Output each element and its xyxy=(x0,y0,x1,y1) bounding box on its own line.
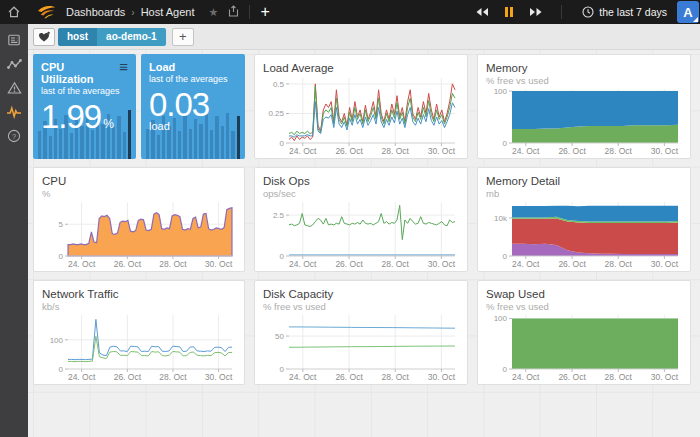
rewind-button[interactable] xyxy=(475,7,489,17)
svg-text:28. Oct: 28. Oct xyxy=(382,146,410,156)
topbar-divider xyxy=(249,5,250,19)
chart-network-traffic: 24. Oct26. Oct28. Oct30. Oct0100 xyxy=(42,312,236,382)
panel-memory-detail[interactable]: Memory Detail mb 24. Oct26. Oct28. Oct30… xyxy=(477,167,691,272)
tile-title: Load xyxy=(149,61,175,73)
sidebar-item-alerts[interactable] xyxy=(0,76,28,100)
svg-text:100: 100 xyxy=(494,314,508,323)
svg-text:?: ? xyxy=(12,132,16,141)
add-dashboard-button[interactable]: + xyxy=(260,4,269,20)
panel-network-traffic[interactable]: Network Traffic kb/s 24. Oct26. Oct28. O… xyxy=(33,280,245,385)
svg-text:30. Oct: 30. Oct xyxy=(205,259,233,269)
svg-text:28. Oct: 28. Oct xyxy=(382,259,410,269)
svg-text:26. Oct: 26. Oct xyxy=(335,259,363,269)
tile-unit: % xyxy=(103,117,114,131)
add-tag-button[interactable]: + xyxy=(172,28,194,46)
chart-disk-capacity: 24. Oct26. Oct28. Oct30. Oct050 xyxy=(263,312,459,382)
panel-subtitle: mb xyxy=(486,188,682,199)
svg-text:30. Oct: 30. Oct xyxy=(651,372,679,382)
svg-text:28. Oct: 28. Oct xyxy=(605,146,633,156)
tile-title: CPU Utilization xyxy=(41,61,119,85)
favorite-star-icon[interactable]: ★ xyxy=(209,6,219,19)
panel-subtitle: % xyxy=(42,188,236,199)
share-icon[interactable] xyxy=(228,5,239,19)
tile-value: 0.03 xyxy=(149,86,209,123)
svg-text:26. Oct: 26. Oct xyxy=(335,372,363,382)
sidebar: ? xyxy=(0,24,28,437)
svg-text:30. Oct: 30. Oct xyxy=(651,259,679,269)
avatar-initial: A xyxy=(683,5,692,20)
svg-text:24. Oct: 24. Oct xyxy=(289,259,317,269)
svg-text:0.25: 0.25 xyxy=(268,109,284,118)
svg-text:100: 100 xyxy=(494,87,508,96)
tag-ao-demo-1[interactable]: ao-demo-1 xyxy=(97,28,166,46)
avatar[interactable]: A xyxy=(677,1,699,23)
heart-star-icon xyxy=(38,31,51,43)
svg-text:0: 0 xyxy=(280,252,285,261)
app-root: Dashboards › Host Agent ★ + the last 7 d… xyxy=(0,0,700,437)
pause-button[interactable] xyxy=(505,7,513,17)
svg-text:24. Oct: 24. Oct xyxy=(68,259,96,269)
svg-text:0: 0 xyxy=(503,365,508,374)
svg-text:28. Oct: 28. Oct xyxy=(159,372,187,382)
svg-text:24. Oct: 24. Oct xyxy=(68,372,96,382)
tile-cpu-utilization[interactable]: CPU Utilization ≡ last of the averages 1… xyxy=(33,54,136,159)
panel-memory[interactable]: Memory % free vs used 24. Oct26. Oct28. … xyxy=(477,54,691,159)
panel-title: CPU xyxy=(42,174,236,188)
svg-text:24. Oct: 24. Oct xyxy=(289,372,317,382)
panel-load-average[interactable]: Load Average 24. Oct26. Oct28. Oct30. Oc… xyxy=(254,54,468,159)
svg-text:26. Oct: 26. Oct xyxy=(335,146,363,156)
breadcrumb-dashboards[interactable]: Dashboards xyxy=(66,6,125,18)
panel-cpu[interactable]: CPU % 24. Oct26. Oct28. Oct30. Oct05 xyxy=(33,167,245,272)
tag-host[interactable]: host xyxy=(58,28,97,46)
tile-load[interactable]: Load last of the averages 0.03 load xyxy=(141,54,245,159)
panel-title: Memory Detail xyxy=(486,174,682,188)
panel-swap-used[interactable]: Swap Used % free vs used 24. Oct26. Oct2… xyxy=(477,280,691,385)
panel-title: Swap Used xyxy=(486,287,682,301)
svg-text:28. Oct: 28. Oct xyxy=(159,259,187,269)
svg-text:0: 0 xyxy=(280,365,285,374)
svg-text:30. Oct: 30. Oct xyxy=(428,259,456,269)
dashboard-grid: CPU Utilization ≡ last of the averages 1… xyxy=(28,50,700,437)
solarwinds-logo-icon[interactable] xyxy=(36,3,58,21)
panel-disk-ops[interactable]: Disk Ops ops/sec 24. Oct26. Oct28. Oct30… xyxy=(254,167,468,272)
breadcrumb: Dashboards › Host Agent xyxy=(66,6,195,18)
svg-text:0.5: 0.5 xyxy=(273,80,285,89)
svg-text:30. Oct: 30. Oct xyxy=(205,372,233,382)
svg-text:26. Oct: 26. Oct xyxy=(114,259,142,269)
sidebar-item-metrics[interactable] xyxy=(0,52,28,76)
svg-text:0: 0 xyxy=(503,252,508,261)
svg-text:100: 100 xyxy=(50,336,64,345)
tag-bar: host ao-demo-1 + xyxy=(28,24,700,50)
chart-cpu: 24. Oct26. Oct28. Oct30. Oct05 xyxy=(42,199,236,269)
panel-title: Network Traffic xyxy=(42,287,236,301)
clock-icon xyxy=(582,6,594,18)
pulse-icon xyxy=(6,105,22,119)
svg-text:28. Oct: 28. Oct xyxy=(382,372,410,382)
breadcrumb-separator-icon: › xyxy=(131,7,134,18)
svg-text:26. Oct: 26. Oct xyxy=(558,146,586,156)
panel-title: Disk Capacity xyxy=(263,287,459,301)
svg-text:0: 0 xyxy=(59,252,64,261)
panel-title: Load Average xyxy=(263,61,459,75)
favorite-tags-button[interactable] xyxy=(33,28,55,46)
panel-subtitle: ops/sec xyxy=(263,188,459,199)
tile-menu-icon[interactable]: ≡ xyxy=(119,61,128,73)
home-button[interactable] xyxy=(0,0,28,24)
sidebar-item-dashboards[interactable] xyxy=(0,28,28,52)
sidebar-item-help[interactable]: ? xyxy=(0,124,28,148)
svg-text:24. Oct: 24. Oct xyxy=(289,146,317,156)
sidebar-item-pulse[interactable] xyxy=(0,100,28,124)
metrics-icon xyxy=(7,57,22,71)
tile-value: 1.99 xyxy=(41,98,101,135)
svg-text:24. Oct: 24. Oct xyxy=(512,372,540,382)
svg-text:2.5: 2.5 xyxy=(273,211,285,220)
time-range-selector[interactable]: the last 7 days xyxy=(582,6,667,18)
panel-disk-capacity[interactable]: Disk Capacity % free vs used 24. Oct26. … xyxy=(254,280,468,385)
topbar-divider-2 xyxy=(561,5,562,19)
panel-subtitle: % free vs used xyxy=(263,301,459,312)
page-title: Host Agent xyxy=(141,6,195,18)
chart-memory: 24. Oct26. Oct28. Oct30. Oct0100 xyxy=(486,86,682,156)
svg-text:0: 0 xyxy=(503,139,508,148)
svg-text:50: 50 xyxy=(275,332,284,341)
forward-button[interactable] xyxy=(529,7,543,17)
